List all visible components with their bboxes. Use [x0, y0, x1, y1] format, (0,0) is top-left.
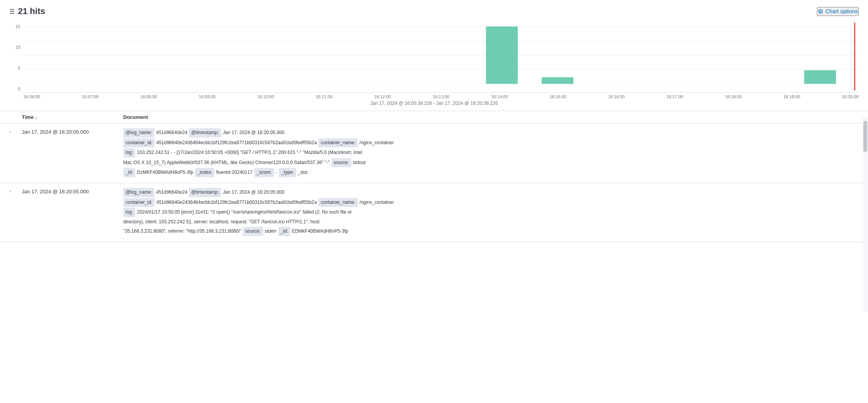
field-value: DzMKF40BWAdH8nP5-3fp — [137, 168, 193, 177]
x-label-7: 16:13:00 — [433, 94, 450, 99]
field-line: _id: DzMKF40BWAdH8nP5-3fp _index: fluent… — [123, 168, 859, 177]
expand-row-1-button[interactable]: › — [9, 128, 22, 134]
field-tag: log: — [123, 208, 135, 217]
chart-date-range: Jan 17, 2024 @ 16:05:39.226 - Jan 17, 20… — [9, 99, 859, 111]
y-label-0: 0 — [9, 87, 20, 91]
field-value: "35.168.3.231:8080", referrer: "http://3… — [123, 227, 241, 236]
table-row: › Jan 17, 2024 @ 16:20:05.000 @log_name:… — [0, 124, 868, 183]
x-label-5: 16:11:00 — [316, 94, 333, 99]
chart-options-button[interactable]: ⚙ Chart options — [817, 7, 859, 16]
field-tag: @log_name: — [123, 128, 154, 138]
field-tag: container_name: — [318, 138, 358, 148]
time-col-header[interactable]: Time ↓ — [22, 114, 123, 120]
bar-10 — [542, 77, 574, 84]
chevron-right-icon[interactable]: › — [9, 189, 11, 194]
field-value: Mac OS X 10_15_7) AppleWebKit/537.36 (KH… — [123, 159, 330, 167]
field-tag: _id: — [123, 168, 135, 177]
y-label-10: 10 — [9, 45, 20, 49]
data-table: Time ↓ Document › Jan 17, 2024 @ 16:20:0… — [0, 111, 868, 242]
field-value: directory), client: 103.252.242.51, serv… — [123, 218, 321, 226]
expand-col-header — [9, 114, 22, 120]
scrollbar-thumb[interactable] — [863, 121, 867, 152]
field-line: "35.168.3.231:8080", referrer: "http://3… — [123, 227, 859, 236]
field-value: /nginx_container — [360, 139, 394, 147]
field-line: container_id: 451d96640e2436484ecbb1bf12… — [123, 138, 859, 148]
field-line: container_id: 451d96640e2436484ecbb1bf12… — [123, 198, 859, 207]
bar-14 — [804, 70, 836, 84]
chart-svg — [23, 23, 859, 93]
field-value: 2024/01/17 10:50:05 [error] 31#31: *2 op… — [137, 208, 352, 217]
field-tag: container_id: — [123, 138, 155, 148]
row-2-document: @log_name: 451d96640e24 @timestamp: Jan … — [123, 188, 859, 237]
field-tag: container_name: — [318, 198, 358, 207]
field-tag: _score: — [254, 168, 274, 177]
y-label-15: 15 — [9, 24, 20, 29]
doc-col-header: Document — [123, 114, 859, 120]
x-label-14: 16:20:00 — [842, 94, 859, 99]
x-label-12: 16:18:00 — [725, 94, 742, 99]
x-label-9: 16:15:00 — [549, 94, 566, 99]
expand-row-2-button[interactable]: › — [9, 188, 22, 194]
field-line: directory), client: 103.252.242.51, serv… — [123, 218, 859, 226]
field-value: 451d96640e2436484ecbb1bf129fc2ea8771b003… — [156, 139, 317, 147]
field-line: @log_name: 451d96640e24 @timestamp: Jan … — [123, 188, 859, 197]
row-1-document: @log_name: 451d96640e24 @timestamp: Jan … — [123, 128, 859, 178]
field-value: stdout — [353, 159, 366, 167]
row-1-time: Jan 17, 2024 @ 16:20:05.000 — [22, 128, 123, 135]
field-tag: _id: — [278, 227, 290, 236]
x-label-6: 16:12:00 — [374, 94, 391, 99]
x-label-13: 16:19:00 — [783, 94, 800, 99]
x-label-1: 16:07:00 — [82, 94, 99, 99]
x-label-4: 16:10:00 — [257, 94, 274, 99]
field-line: log: 2024/01/17 10:50:05 [error] 31#31: … — [123, 208, 859, 217]
field-line: log: 103.252.242.51 - - [17/Jan/2024:10:… — [123, 148, 859, 157]
field-value: _doc — [298, 168, 308, 177]
row-2-time: Jan 17, 2024 @ 16:20:05.000 — [22, 188, 123, 194]
x-label-3: 16:09:00 — [199, 94, 216, 99]
field-tag: source: — [243, 227, 263, 236]
field-tag: @timestamp: — [189, 188, 221, 197]
x-label-8: 16:14:00 — [491, 94, 508, 99]
hits-title-area: ☰ 21 hits — [9, 6, 45, 16]
field-tag: @timestamp: — [189, 128, 221, 138]
field-value: stderr — [265, 227, 277, 236]
field-value: fluentd-20240117 — [216, 168, 252, 177]
field-value: - — [276, 168, 277, 177]
x-label-0: 16:06:00 — [23, 94, 40, 99]
field-value: Jan 17, 2024 @ 16:20:05.000 — [223, 188, 284, 197]
field-tag: log: — [123, 148, 135, 157]
scrollbar[interactable] — [863, 117, 868, 312]
field-value: Jan 17, 2024 @ 16:20:05.000 — [223, 129, 284, 137]
field-value: 103.252.242.51 - - [17/Jan/2024:10:50:05… — [137, 148, 362, 157]
x-label-10: 16:16:00 — [608, 94, 625, 99]
field-tag: source: — [331, 158, 351, 168]
x-label-11: 16:17:00 — [666, 94, 683, 99]
page-header: ☰ 21 hits ⚙ Chart options — [0, 0, 868, 19]
field-line: @log_name: 451d96640e24 @timestamp: Jan … — [123, 128, 859, 138]
field-tag: _index: — [195, 168, 215, 177]
bar-9 — [486, 27, 518, 84]
field-value: /nginx_container — [360, 198, 394, 207]
y-label-5: 5 — [9, 66, 20, 71]
table-row: › Jan 17, 2024 @ 16:20:05.000 @log_name:… — [0, 183, 868, 242]
doc-col-label: Document — [123, 114, 148, 120]
gear-icon: ⚙ — [818, 8, 823, 15]
field-value: 451d96640e2436484ecbb1bf129fc2ea8771b003… — [156, 198, 317, 207]
x-label-2: 16:08:00 — [140, 94, 157, 99]
field-value: 451d96640e24 — [156, 188, 187, 197]
hamburger-icon[interactable]: ☰ — [9, 8, 15, 15]
field-tag: container_id: — [123, 198, 155, 207]
table-header: Time ↓ Document — [0, 111, 868, 124]
field-value: 451d96640e24 — [156, 129, 187, 137]
chart-container: 15 10 5 0 — [0, 19, 868, 111]
time-col-label: Time — [22, 114, 34, 120]
field-line: Mac OS X 10_15_7) AppleWebKit/537.36 (KH… — [123, 158, 859, 168]
chart-options-label: Chart options — [825, 8, 858, 14]
field-tag: _type: — [279, 168, 296, 177]
field-value: EDMkF40BWAdH8nP5-3fp — [292, 227, 348, 236]
chevron-right-icon[interactable]: › — [9, 129, 11, 134]
chart-x-labels: 16:06:00 16:07:00 16:08:00 16:09:00 16:1… — [23, 93, 859, 99]
hits-count: 21 hits — [18, 6, 45, 16]
sort-down-icon[interactable]: ↓ — [35, 115, 37, 120]
field-tag: @log_name: — [123, 188, 154, 197]
